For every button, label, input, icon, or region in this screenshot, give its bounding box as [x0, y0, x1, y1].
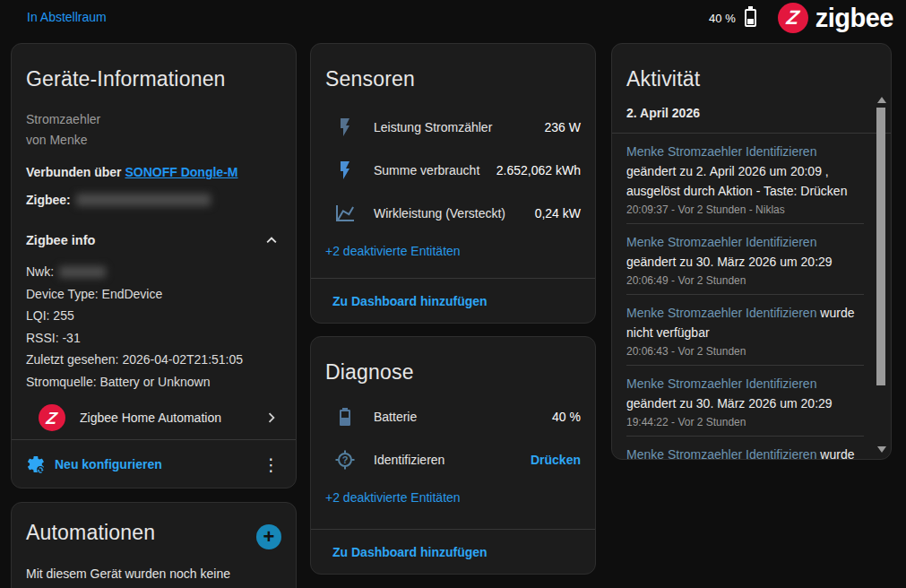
battery-percent-label: 40 % [709, 12, 736, 25]
log-timestamp: 20:06:43 - Vor 2 Stunden [626, 345, 864, 358]
device-info-title: Geräte-Informationen [26, 67, 281, 91]
reconfigure-button[interactable]: Neu konfigurieren [26, 454, 257, 474]
battery-icon [334, 406, 356, 428]
entity-link[interactable]: Menke Stromzaehler Identifizieren [626, 447, 816, 460]
connected-via-line: Verbunden über SONOFF Dongle-M [26, 162, 281, 183]
scroll-up-arrow[interactable] [877, 97, 886, 103]
automations-card: Automationen + Mit diesem Gerät wurden n… [11, 502, 297, 588]
device-page: In Abstellraum 40 % Z zigbee Geräte-Info… [0, 0, 906, 588]
entity-link[interactable]: Menke Stromzaehler Identifizieren [626, 235, 816, 249]
log-entry: Menke Stromzaehler Identifizieren geände… [626, 134, 864, 224]
flash-icon [334, 160, 356, 181]
power-source-line: Stromquelle: Battery or Unknown [26, 371, 281, 393]
automations-empty-text: Mit diesem Gerät wurden noch keine Autom… [26, 564, 281, 588]
activity-date-header: 2. April 2026 [612, 106, 891, 134]
sensor-label: Summe verbraucht [374, 163, 496, 177]
zigbee-id-label: Zigbee: [26, 193, 71, 207]
sensor-label: Wirkleistung (Versteckt) [374, 206, 535, 220]
sensor-value: 236 W [545, 120, 581, 134]
automations-title: Automationen [26, 521, 155, 545]
chevron-right-icon [262, 408, 281, 428]
sensor-row-active-power[interactable]: Wirkleistung (Versteckt) 0,24 kW [325, 192, 581, 235]
activity-card: Aktivität 2. April 2026 Menke Stromzaehl… [611, 43, 892, 460]
device-info-card: Geräte-Informationen Stromzaehler von Me… [11, 43, 297, 489]
log-message: wurde [816, 447, 854, 460]
activity-title: Aktivität [612, 67, 891, 91]
last-seen-line: Zuletzt gesehen: 2026-04-02T21:51:05 [26, 349, 281, 371]
sensor-value: 0,24 kW [535, 206, 581, 220]
log-timestamp: 20:09:37 - Vor 2 Stunden - Niklas [626, 203, 864, 216]
log-timestamp: 20:06:49 - Vor 2 Stunden [626, 274, 864, 287]
diagnostic-row-battery[interactable]: Batterie 40 % [325, 395, 581, 438]
sensors-card: Sensoren Leistung Stromzähler 236 W Summ… [310, 43, 596, 324]
nwk-line: Nwk: [26, 261, 281, 283]
cog-refresh-icon [26, 454, 46, 474]
add-to-dashboard-link[interactable]: Zu Dashboard hinzufügen [332, 545, 488, 559]
chart-line-icon [334, 203, 356, 224]
disabled-entities-link[interactable]: +2 deaktivierte Entitäten [325, 244, 461, 258]
zigbee-logo-icon: Z [778, 3, 808, 33]
sensor-row-energy[interactable]: Summe verbraucht 2.652,062 kWh [325, 149, 581, 192]
battery-icon [745, 9, 756, 27]
device-model: Stromzaehler [26, 109, 281, 130]
reconfigure-row: Neu konfigurieren ⋮ [26, 440, 285, 489]
diagnostic-label: Batterie [374, 410, 552, 424]
zigbee-info-toggle[interactable]: Zigbee info [26, 230, 281, 250]
top-bar: In Abstellraum 40 % Z zigbee [0, 0, 906, 36]
entity-link[interactable]: Menke Stromzaehler Identifizieren [626, 376, 816, 391]
zigbee-id-line: Zigbee: [26, 190, 281, 211]
nwk-label: Nwk: [26, 264, 54, 279]
sensors-title: Sensoren [325, 67, 581, 91]
log-entry: Menke Stromzaehler Identifizieren geände… [626, 366, 864, 437]
press-button[interactable]: Drücken [531, 453, 581, 467]
log-entry: Menke Stromzaehler Identifizieren geände… [626, 224, 864, 295]
integration-label: Zigbee Home Automation [80, 411, 262, 425]
redacted-zigbee-id [76, 194, 211, 206]
connected-via-label: Verbunden über [26, 165, 122, 179]
crosshairs-question-icon: ? [334, 449, 356, 471]
device-type-line: Device Type: EndDevice [26, 283, 281, 306]
disabled-entities-link[interactable]: +2 deaktivierte Entitäten [325, 490, 461, 505]
add-to-dashboard-link[interactable]: Zu Dashboard hinzufügen [332, 294, 488, 308]
log-message: geändert zu 30. März 2026 um 20:29 [626, 255, 833, 269]
overflow-menu-button[interactable]: ⋮ [257, 456, 285, 473]
flash-icon [334, 117, 356, 138]
entity-link[interactable]: Menke Stromzaehler Identifizieren [626, 306, 816, 320]
lqi-line: LQI: 255 [26, 305, 281, 327]
zigbee-info-title: Zigbee info [26, 233, 95, 247]
log-entry-clipped: Menke Stromzaehler Identifizieren wurde [626, 437, 864, 460]
diagnostic-value: 40 % [552, 410, 581, 424]
device-manufacturer: von Menke [26, 130, 281, 151]
scroll-down-arrow[interactable] [877, 446, 886, 453]
chevron-up-icon[interactable] [262, 230, 281, 250]
log-message: geändert zu 30. März 2026 um 20:29 [626, 396, 833, 411]
reconfigure-label: Neu konfigurieren [55, 457, 162, 471]
diagnostics-card: Diagnose Batterie 40 % ? Identifizieren … [310, 336, 596, 575]
log-message: geändert zu 2. April 2026 um 20:09 , aus… [626, 164, 847, 198]
zigbee-brand: Z zigbee [778, 3, 893, 33]
sensor-row-power[interactable]: Leistung Stromzähler 236 W [325, 106, 581, 149]
activity-scrollbar[interactable] [876, 95, 886, 454]
add-automation-button[interactable]: + [256, 524, 281, 549]
scrollbar-thumb[interactable] [876, 108, 885, 385]
entity-link[interactable]: Menke Stromzaehler Identifizieren [626, 144, 816, 159]
rssi-line: RSSI: -31 [26, 327, 281, 350]
zha-logo-icon: Z [39, 404, 65, 431]
sensor-label: Leistung Stromzähler [374, 120, 545, 134]
log-timestamp: 19:44:22 - Vor 2 Stunden [626, 416, 864, 428]
diagnostic-label: Identifizieren [374, 453, 531, 467]
redacted-nwk [59, 266, 106, 278]
zigbee-wordmark: zigbee [815, 4, 893, 33]
log-entry: Menke Stromzaehler Identifizieren wurde … [626, 295, 864, 366]
integration-row[interactable]: Z Zigbee Home Automation [26, 398, 281, 437]
svg-text:?: ? [342, 454, 349, 465]
diagnostics-title: Diagnose [325, 360, 581, 385]
bridge-link[interactable]: SONOFF Dongle-M [125, 165, 237, 179]
sensor-value: 2.652,062 kWh [496, 163, 581, 177]
diagnostic-row-identify[interactable]: ? Identifizieren Drücken [325, 438, 581, 481]
area-breadcrumb-link[interactable]: In Abstellraum [27, 10, 107, 24]
activity-log: Menke Stromzaehler Identifizieren geände… [612, 134, 891, 460]
